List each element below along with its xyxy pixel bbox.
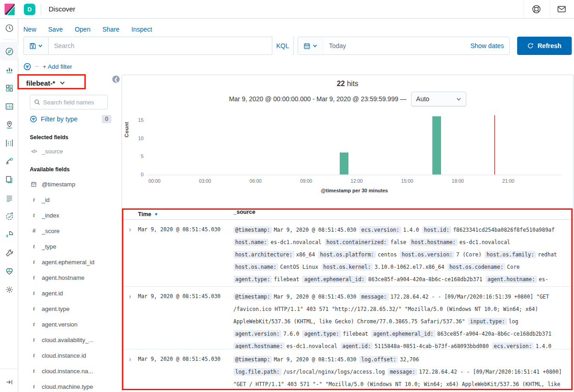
interval-select[interactable]: Auto (411, 92, 466, 106)
space-badge[interactable]: D (24, 4, 35, 15)
field-chip: @timestamp: (233, 293, 272, 300)
new-link[interactable]: New (23, 26, 36, 33)
field-_id[interactable]: t_id (31, 192, 113, 207)
inspect-link[interactable]: Inspect (132, 26, 152, 33)
field-agent.version[interactable]: tagent.version (31, 316, 113, 332)
metrics-icon (5, 175, 14, 184)
chevron-down-icon (313, 44, 317, 48)
filter-by-type[interactable]: Filter by type 0 (30, 115, 111, 123)
row-time: Mar 9, 2020 @ 08:51:45.030 (138, 220, 233, 286)
help-icon[interactable] (531, 4, 541, 14)
expand-nav-icon (6, 378, 13, 386)
apm-icon (5, 230, 14, 239)
field-cloud.instance.na...[interactable]: tcloud.instance.na... (31, 363, 113, 379)
field-_type[interactable]: t_type (31, 239, 113, 254)
field-chip: input.type: (468, 318, 507, 325)
interval-value: Auto (416, 95, 430, 103)
discover-results-panel: 22 hits Mar 9, 2020 @ 00:00:00.000 - Mar… (121, 75, 574, 392)
open-link[interactable]: Open (75, 26, 90, 33)
save-link[interactable]: Save (48, 26, 63, 33)
nav-discover[interactable] (0, 42, 18, 60)
nav-stack-monitoring[interactable] (0, 262, 18, 280)
uptime-icon (5, 212, 14, 221)
x-axis-tick: 09:00 (300, 178, 312, 184)
collapse-sidebar-button[interactable]: ❮ (112, 76, 120, 83)
x-axis-tick: 15:00 (401, 178, 413, 184)
field-agent.type[interactable]: tagent.type (31, 301, 113, 316)
recently-viewed-icon (5, 24, 14, 33)
saved-query-menu-button[interactable] (23, 37, 48, 55)
x-axis-tick: 03:00 (199, 178, 211, 184)
nav-machine-learning[interactable] (0, 134, 18, 152)
expand-row-button[interactable]: › (122, 287, 138, 349)
field-agent.hostname[interactable]: tagent.hostname (31, 270, 113, 285)
field-chip: host.os.platform: (318, 251, 376, 258)
field-cloud.machine.type[interactable]: tcloud.machine.type (31, 379, 113, 392)
share-link[interactable]: Share (102, 26, 119, 33)
field-cloud.availability_...[interactable]: tcloud.availability_... (31, 332, 113, 348)
field-agent.id[interactable]: tagent.id (31, 285, 113, 301)
field-search-input[interactable] (43, 99, 98, 106)
field-name: agent.id (42, 290, 63, 297)
field-agent.ephemeral_id[interactable]: tagent.ephemeral_id (31, 254, 113, 270)
nav-metrics[interactable] (0, 170, 18, 189)
current-time-marker (494, 115, 495, 174)
field-cloud.instance.id[interactable]: tcloud.instance.id (31, 348, 113, 363)
nav-canvas[interactable] (0, 97, 18, 115)
dashboard-icon (5, 84, 14, 93)
field-chip: host.os.kernel: (321, 263, 373, 271)
nav-dev-tools[interactable] (0, 244, 18, 262)
string-type-icon: t (31, 321, 37, 328)
field-chip: agent.ephemeral_id: (302, 276, 366, 283)
nav-logs[interactable] (0, 189, 18, 207)
filter-icon[interactable] (23, 63, 31, 71)
nav-graph[interactable] (0, 152, 18, 170)
nav-apm[interactable] (0, 225, 18, 244)
kibana-logo[interactable] (3, 3, 16, 16)
source-column-header: _source (233, 209, 573, 219)
expand-row-button[interactable]: › (122, 220, 138, 286)
collapse-nav-button[interactable] (0, 373, 18, 391)
x-axis-tick: 00:00 (149, 178, 160, 184)
time-column-header[interactable]: Time ▼ (122, 209, 233, 219)
field-name: _type (42, 243, 56, 250)
field-_source[interactable]: </>_source (31, 143, 113, 159)
rail-divider (3, 39, 15, 40)
string-type-icon: t (31, 196, 37, 203)
time-range-line: Mar 9, 2020 @ 00:00:00.000 - Mar 9, 2020… (122, 92, 573, 106)
index-pattern-selector[interactable]: filebeat-* (22, 75, 113, 88)
kql-language-button[interactable]: KQL (272, 37, 293, 55)
histogram-chart[interactable]: Count 05101500:0003:0006:0009:0012:0015:… (122, 111, 573, 202)
nav-recently-viewed[interactable] (0, 19, 18, 37)
hits-line: 22 hits (122, 80, 573, 88)
add-filter-button[interactable]: + Add filter (43, 63, 72, 70)
selected-fields-list: </>_source (22, 143, 113, 159)
field-chip: host.os.family: (485, 251, 536, 258)
source-type-icon: </> (31, 149, 37, 154)
row-time: Mar 9, 2020 @ 08:51:45.030 (138, 287, 233, 349)
histogram-bar-11:00[interactable] (340, 152, 348, 174)
header-divider (550, 0, 550, 18)
table-body: ›Mar 9, 2020 @ 08:51:45.030@timestamp:Ma… (122, 220, 573, 392)
date-range-value[interactable]: Today (324, 42, 470, 49)
field-chip: ecs.version: (359, 226, 401, 234)
field-chip: @timestamp: (233, 226, 272, 234)
field-_score[interactable]: #_score (31, 223, 113, 239)
show-dates-button[interactable]: Show dates (470, 42, 509, 49)
expand-row-button[interactable]: › (122, 349, 138, 392)
refresh-button[interactable]: Refresh (517, 37, 572, 55)
filter-by-type-label: Filter by type (41, 115, 98, 123)
nav-visualize[interactable] (0, 60, 18, 79)
nav-management[interactable] (0, 280, 18, 299)
nav-dashboard[interactable] (0, 79, 18, 97)
nav-uptime[interactable] (0, 207, 18, 225)
app-navigation-rail (0, 19, 18, 392)
field-_index[interactable]: t_index (31, 207, 113, 223)
nav-maps[interactable] (0, 115, 18, 134)
histogram-bar-16:30[interactable] (432, 116, 441, 174)
field-@timestamp[interactable]: @timestamp (31, 176, 113, 192)
fields-sidebar: filebeat-* Filter by type 0 Selected fie… (19, 75, 121, 392)
search-input[interactable] (49, 42, 272, 49)
date-quick-select-button[interactable] (298, 37, 324, 54)
newsfeed-icon[interactable] (557, 4, 567, 14)
